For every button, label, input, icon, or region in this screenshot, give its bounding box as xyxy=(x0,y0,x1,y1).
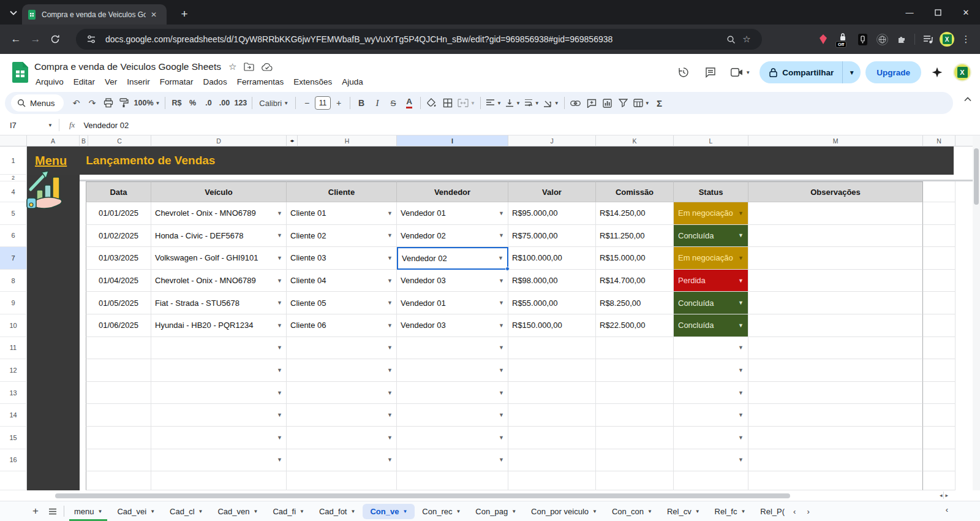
more-formats-button[interactable]: 123 xyxy=(232,94,249,112)
column-header-n[interactable]: N xyxy=(923,135,956,146)
cell-valor[interactable]: R$95.000,00 xyxy=(508,202,596,225)
sheet-tab-rel-fc[interactable]: Rel_fc▼ xyxy=(707,504,753,519)
header-data[interactable]: Data xyxy=(86,181,151,202)
create-filter-icon[interactable] xyxy=(616,94,631,112)
column-header-k[interactable]: K xyxy=(596,135,674,146)
cell-cliente[interactable]: ▼ xyxy=(287,382,397,405)
row-number-selected[interactable]: 7 xyxy=(0,247,27,270)
cell-comissao[interactable]: R$15.000,00 xyxy=(596,247,674,270)
vertical-scrollbar-thumb[interactable] xyxy=(974,148,979,205)
horizontal-scrollbar[interactable]: ◂ ▸ xyxy=(0,490,980,501)
back-icon[interactable]: ← xyxy=(6,29,26,49)
cell-cliente[interactable]: Cliente 03▼ xyxy=(287,247,397,270)
cell-data[interactable]: 01/04/2025 xyxy=(86,270,151,292)
cell-status[interactable]: Perdida▼ xyxy=(674,270,748,292)
extension-lock-off-icon[interactable]: Off xyxy=(835,30,851,48)
sheet-tab-con-rec[interactable]: Con_rec▼ xyxy=(415,504,468,519)
row-number[interactable]: 11 xyxy=(0,337,27,360)
cell-valor[interactable]: R$100.000,00 xyxy=(508,247,596,270)
share-button[interactable]: Compartilhar ▼ xyxy=(760,61,861,83)
cell-veiculo[interactable]: Fiat - Strada - STU5678▼ xyxy=(151,292,287,314)
format-percent-button[interactable]: % xyxy=(184,94,200,112)
row-number[interactable]: 5 xyxy=(0,202,27,225)
cell-cliente[interactable]: Cliente 05▼ xyxy=(287,292,397,314)
cell-status[interactable]: ▼ xyxy=(674,404,748,427)
cell-comissao[interactable]: R$14.250,00 xyxy=(596,202,674,225)
name-box[interactable]: I7 ▼ xyxy=(0,121,59,130)
sheet-tab-cad-cl[interactable]: Cad_cl▼ xyxy=(162,504,210,519)
site-settings-icon[interactable] xyxy=(83,31,99,47)
borders-button[interactable] xyxy=(440,94,456,112)
increase-font-size-button[interactable]: + xyxy=(331,94,347,112)
window-maximize-button[interactable] xyxy=(924,0,952,25)
profile-avatar[interactable]: X xyxy=(940,32,954,47)
cell-observacoes[interactable] xyxy=(748,225,923,248)
functions-icon[interactable]: Σ xyxy=(652,94,668,112)
cell-cliente[interactable]: Cliente 04▼ xyxy=(287,270,397,292)
cell-valor[interactable]: R$98.000,00 xyxy=(508,270,596,292)
vertical-scrollbar[interactable] xyxy=(973,136,980,490)
column-header-c[interactable]: C xyxy=(88,135,151,146)
cell-vendedor[interactable]: ▼ xyxy=(397,337,508,360)
menu-formatar[interactable]: Formatar xyxy=(155,75,198,89)
cell-vendedor[interactable]: ▼ xyxy=(397,427,508,449)
cell-vendedor[interactable]: Vendedor 03▼ xyxy=(397,314,508,337)
cell-observacoes[interactable] xyxy=(748,270,923,292)
text-rotation-button[interactable]: ▼ xyxy=(541,94,561,112)
cloud-saved-icon[interactable] xyxy=(262,63,273,71)
cell-vendedor[interactable]: ▼ xyxy=(397,382,508,405)
sheet-tab-cad-ven[interactable]: Cad_ven▼ xyxy=(210,504,265,519)
sheet-tab-menu[interactable]: menu▼ xyxy=(67,504,110,519)
cell-vendedor[interactable]: Vendedor 02▼ xyxy=(397,225,508,248)
cell-valor[interactable]: R$150.000,00 xyxy=(508,314,596,337)
text-color-button[interactable]: A xyxy=(401,94,417,112)
cell-status[interactable]: Concluída▼ xyxy=(674,314,748,337)
cell-comissao[interactable]: R$8.250,00 xyxy=(596,292,674,314)
header-comissao[interactable]: Comissão xyxy=(596,181,674,202)
column-header-a[interactable]: A xyxy=(27,135,80,146)
cell-veiculo[interactable]: Hyundai - HB20 - PQR1234▼ xyxy=(151,314,287,337)
cell-status[interactable]: ▼ xyxy=(674,337,748,360)
cell-veiculo[interactable]: Chevrolet - Onix - MNO6789▼ xyxy=(151,202,287,225)
sheet-tab-rel-p[interactable]: Rel_P( xyxy=(753,504,785,519)
decrease-font-size-button[interactable]: − xyxy=(299,94,315,112)
all-sheets-icon[interactable] xyxy=(44,503,61,520)
sheet-tab-con-pag[interactable]: Con_pag▼ xyxy=(468,504,524,519)
cell-observacoes[interactable] xyxy=(748,292,923,314)
cell-data[interactable]: 01/01/2025 xyxy=(86,202,151,225)
upgrade-button[interactable]: Upgrade xyxy=(865,61,921,83)
new-tab-button[interactable]: + xyxy=(176,6,192,22)
sheet-tab-rel-cv[interactable]: Rel_cv▼ xyxy=(660,504,707,519)
vertical-align-button[interactable]: ▼ xyxy=(503,94,522,112)
cell-comissao[interactable]: R$22.500,00 xyxy=(596,314,674,337)
horizontal-scrollbar-thumb[interactable] xyxy=(55,493,790,498)
cell-veiculo[interactable]: Volkswagen - Golf - GHI9101▼ xyxy=(151,247,287,270)
decrease-decimals-button[interactable]: .0 xyxy=(200,94,216,112)
row-number-4[interactable]: 4 xyxy=(0,181,27,202)
gemini-sparkle-icon[interactable] xyxy=(926,61,948,83)
menu-extensoes[interactable]: Extensões xyxy=(288,75,337,89)
cell-veiculo[interactable]: ▼ xyxy=(151,404,287,427)
document-title[interactable]: Compra e venda de Veiculos Google Sheets xyxy=(34,61,221,72)
row-number[interactable]: 12 xyxy=(0,359,27,382)
cell-vendedor[interactable]: Vendedor 01▼ xyxy=(397,292,508,314)
header-status[interactable]: Status xyxy=(674,181,748,202)
cell-cliente[interactable]: Cliente 06▼ xyxy=(287,314,397,337)
menus-search-button[interactable]: Menus xyxy=(11,94,64,112)
paint-format-icon[interactable] xyxy=(116,94,132,112)
sheet-tab-con-por-veiculo[interactable]: Con_por veiculo▼ xyxy=(524,504,605,519)
row-number-2[interactable]: 2 xyxy=(0,175,27,181)
menu-ajuda[interactable]: Ajuda xyxy=(337,75,368,89)
font-select[interactable]: Calibri▼ xyxy=(255,94,292,112)
column-header-b[interactable]: B xyxy=(80,135,88,146)
formula-input[interactable]: Vendedor 02 xyxy=(83,121,129,130)
window-close-button[interactable]: ✕ xyxy=(952,0,980,25)
column-header-h[interactable]: H xyxy=(298,135,397,146)
forward-icon[interactable]: → xyxy=(26,29,45,49)
cell-cliente[interactable]: ▼ xyxy=(287,449,397,472)
add-sheet-icon[interactable]: + xyxy=(27,503,44,520)
extension-dark-icon[interactable] xyxy=(854,30,870,48)
cell-valor[interactable]: R$75.000,00 xyxy=(508,225,596,248)
row-number[interactable]: 13 xyxy=(0,382,27,405)
row-number[interactable]: 14 xyxy=(0,404,27,427)
